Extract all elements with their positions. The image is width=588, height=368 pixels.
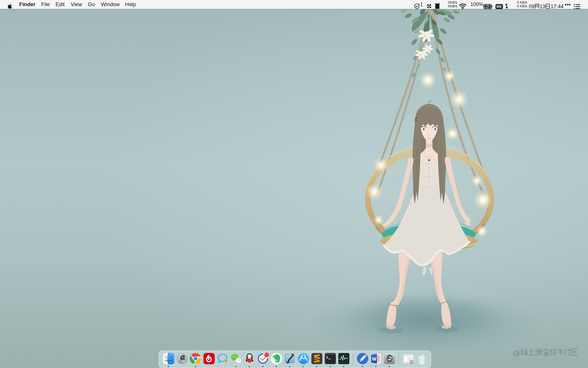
svg-text:09: 09 <box>529 3 535 9</box>
svg-text:13: 13 <box>540 3 546 9</box>
svg-text:@: @ <box>512 349 520 357</box>
svg-text:17:44: 17:44 <box>551 3 564 9</box>
svg-text:W: W <box>372 357 376 361</box>
